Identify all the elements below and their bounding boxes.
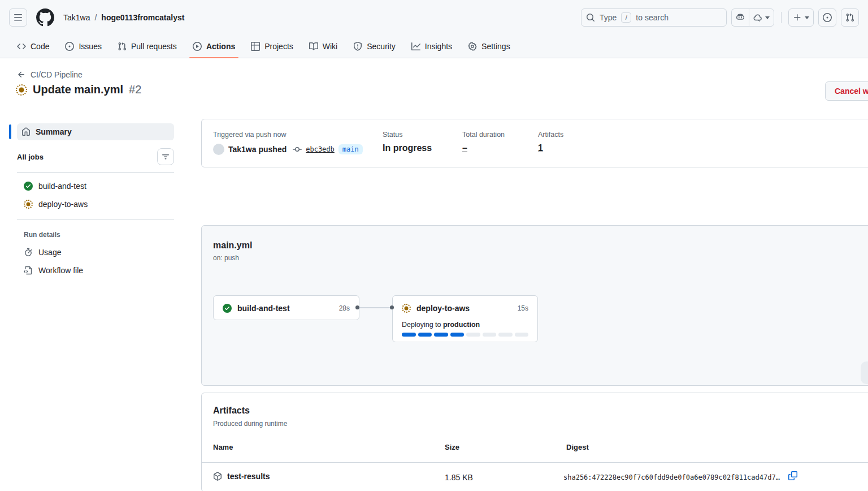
total-duration-value[interactable]: –	[462, 143, 505, 153]
actor-name[interactable]: Tak1wa	[228, 145, 257, 154]
cloud-icon	[753, 13, 762, 22]
tab-issues[interactable]: Issues	[57, 35, 109, 58]
copy-icon[interactable]	[788, 471, 797, 480]
sidebar-divider	[17, 172, 174, 173]
breadcrumb: Tak1wa / hoge0113fromcatalyst	[63, 13, 184, 22]
tab-wiki[interactable]: Wiki	[301, 35, 345, 58]
breadcrumb-repo[interactable]: hoge0113fromcatalyst	[101, 13, 184, 22]
run-main-content: Triggered via push now Tak1wa pushed ebc…	[201, 119, 868, 491]
copilot-chat-button[interactable]	[749, 8, 774, 27]
tab-label: Actions	[206, 42, 235, 51]
total-duration-label: Total duration	[462, 131, 505, 139]
progress-segment	[515, 333, 529, 337]
cancel-workflow-button[interactable]: Cancel workflow	[825, 81, 868, 101]
artifacts-card: Artifacts Produced during runtime Name S…	[201, 393, 868, 491]
git-pull-request-icon	[118, 42, 127, 51]
artifact-digest: sha256:472228ec90f7c60fdd9de0f0a6e0789c0…	[563, 473, 780, 481]
job-node-duration: 15s	[518, 304, 528, 312]
progress-segment	[498, 333, 513, 337]
copilot-icon	[736, 13, 745, 22]
github-logo-icon[interactable]	[36, 8, 54, 27]
tab-label: Pull requests	[131, 42, 177, 51]
avatar[interactable]	[213, 144, 224, 155]
actor-verb: pushed	[258, 145, 287, 154]
repo-tab-bar: Code Issues Pull requests Actions Projec…	[0, 35, 868, 58]
sidebar-item-usage[interactable]: Usage	[24, 248, 174, 257]
git-commit-icon	[293, 145, 302, 154]
branch-badge[interactable]: main	[338, 144, 363, 154]
in-progress-status-icon	[402, 304, 411, 313]
connector-line	[359, 307, 392, 308]
global-header: Tak1wa / hoge0113fromcatalyst Type / to …	[0, 0, 868, 35]
tab-label: Issues	[79, 42, 101, 51]
tab-settings[interactable]: Settings	[460, 35, 518, 58]
plus-icon	[793, 13, 802, 22]
artifact-name[interactable]: test-results	[227, 472, 270, 481]
tab-insights[interactable]: Insights	[403, 35, 460, 58]
tab-actions[interactable]: Actions	[185, 35, 243, 58]
run-title-row: Update main.yml #2	[16, 83, 141, 96]
package-icon	[213, 472, 222, 481]
artifacts-count-value[interactable]: 1	[538, 143, 563, 153]
sidebar-job-deploy-to-aws[interactable]: deploy-to-aws	[24, 200, 174, 209]
progress-segment	[418, 333, 432, 337]
tab-label: Settings	[481, 42, 510, 51]
run-sidebar: Summary All jobs build-and-test deploy-t…	[9, 123, 174, 275]
artifact-row: test-results 1.85 KB sha256:472228ec90f7…	[202, 462, 868, 491]
connector-dot	[390, 305, 394, 309]
tab-projects[interactable]: Projects	[243, 35, 301, 58]
git-pull-request-icon	[845, 13, 854, 22]
back-link-label: CI/CD Pipeline	[31, 70, 83, 79]
header-divider	[781, 12, 782, 23]
in-progress-status-icon	[16, 84, 27, 96]
shield-icon	[353, 42, 362, 51]
code-icon	[17, 42, 26, 51]
graph-node-build-and-test[interactable]: build-and-test 28s	[213, 295, 359, 320]
chevron-down-icon	[765, 16, 770, 19]
tab-security[interactable]: Security	[345, 35, 403, 58]
graph-node-deploy-to-aws[interactable]: deploy-to-aws 15s Deploying to productio…	[392, 295, 538, 342]
commit-sha-link[interactable]: ebc3edb	[306, 145, 335, 153]
filter-jobs-button[interactable]	[157, 148, 174, 165]
search-input[interactable]: Type / to search	[581, 8, 727, 27]
actor-action: Tak1wa pushed	[228, 145, 287, 154]
sidebar-summary-label: Summary	[36, 127, 72, 136]
tab-label: Projects	[264, 42, 293, 51]
your-issues-button[interactable]	[818, 8, 836, 27]
back-to-workflow-link[interactable]: CI/CD Pipeline	[17, 70, 83, 79]
copilot-button[interactable]	[731, 8, 749, 27]
job-node-name: build-and-test	[237, 304, 333, 313]
sidebar-item-summary[interactable]: Summary	[17, 123, 174, 140]
gear-icon	[468, 42, 477, 51]
column-header-name: Name	[213, 443, 233, 451]
tab-code[interactable]: Code	[9, 35, 57, 58]
progress-segment	[450, 333, 465, 337]
graph-zoom-controls[interactable]	[861, 361, 868, 384]
create-new-button[interactable]	[788, 8, 814, 27]
hamburger-menu-button[interactable]	[9, 8, 27, 27]
run-summary-card: Triggered via push now Tak1wa pushed ebc…	[201, 119, 868, 167]
job-name: deploy-to-aws	[38, 200, 88, 209]
sidebar-job-build-and-test[interactable]: build-and-test	[24, 182, 174, 191]
issue-opened-icon	[823, 13, 832, 22]
your-pull-requests-button[interactable]	[841, 8, 859, 27]
artifact-size: 1.85 KB	[445, 473, 473, 482]
progress-segment	[434, 333, 448, 337]
issue-opened-icon	[65, 42, 74, 51]
column-header-digest: Digest	[566, 443, 589, 451]
progress-segment	[402, 333, 416, 337]
all-jobs-label: All jobs	[17, 153, 44, 161]
search-icon	[586, 13, 595, 22]
filter-icon	[161, 152, 170, 161]
environment-name: production	[443, 321, 480, 329]
breadcrumb-owner[interactable]: Tak1wa	[63, 13, 90, 22]
tab-label: Security	[367, 42, 396, 51]
sidebar-item-workflow-file[interactable]: Workflow file	[24, 266, 174, 275]
job-node-duration: 28s	[339, 304, 350, 312]
connector-dot	[355, 305, 359, 309]
home-icon	[21, 127, 31, 136]
arrow-left-icon	[17, 70, 26, 79]
artifacts-title: Artifacts	[213, 406, 250, 416]
tab-pull-requests[interactable]: Pull requests	[110, 35, 185, 58]
tab-label: Code	[31, 42, 49, 51]
